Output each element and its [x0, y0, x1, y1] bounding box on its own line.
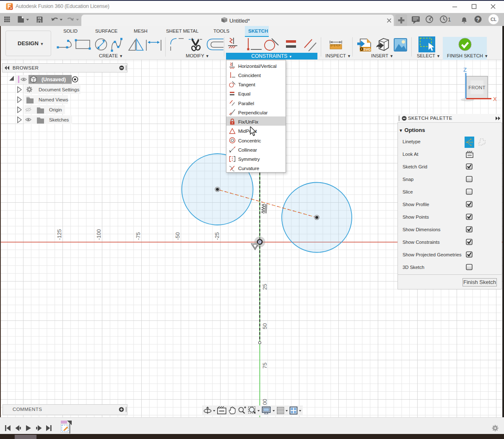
- svg-text:Named Views: Named Views: [39, 97, 68, 102]
- svg-text:Origin: Origin: [49, 107, 62, 112]
- svg-text:Horizontal/Vertical: Horizontal/Vertical: [238, 63, 277, 69]
- svg-text:Tangent: Tangent: [238, 82, 255, 87]
- svg-text:Curvature: Curvature: [238, 165, 259, 171]
- svg-text:FRONT: FRONT: [468, 85, 485, 90]
- svg-text:25: 25: [262, 284, 268, 290]
- svg-text:-125: -125: [56, 229, 62, 240]
- svg-text:Perpendicular: Perpendicular: [238, 110, 268, 115]
- svg-text:75: 75: [262, 363, 268, 369]
- svg-text:Coincident: Coincident: [238, 72, 261, 78]
- svg-text:Fix/UnFix: Fix/UnFix: [238, 119, 258, 124]
- svg-text:SVG: SVG: [364, 47, 371, 52]
- svg-text:X: X: [493, 96, 497, 102]
- svg-text:Symmetry: Symmetry: [238, 156, 260, 162]
- svg-text:1: 1: [448, 16, 451, 23]
- svg-text:?: ?: [476, 16, 480, 23]
- svg-text:Collinear: Collinear: [238, 147, 257, 152]
- svg-text:Equal: Equal: [238, 91, 250, 96]
- svg-text:-25: -25: [214, 232, 220, 240]
- svg-text:-100: -100: [96, 229, 102, 240]
- svg-text:-75: -75: [135, 232, 141, 240]
- svg-text:(Unsaved): (Unsaved): [42, 77, 66, 83]
- svg-text:Concentric: Concentric: [238, 138, 261, 143]
- svg-text:Document Settings: Document Settings: [39, 87, 79, 92]
- svg-text:50: 50: [262, 323, 268, 329]
- svg-text:Sketches: Sketches: [49, 117, 69, 122]
- svg-text:Z: Z: [463, 67, 467, 73]
- svg-text:-50: -50: [174, 232, 181, 240]
- svg-text:Parallel: Parallel: [238, 101, 254, 106]
